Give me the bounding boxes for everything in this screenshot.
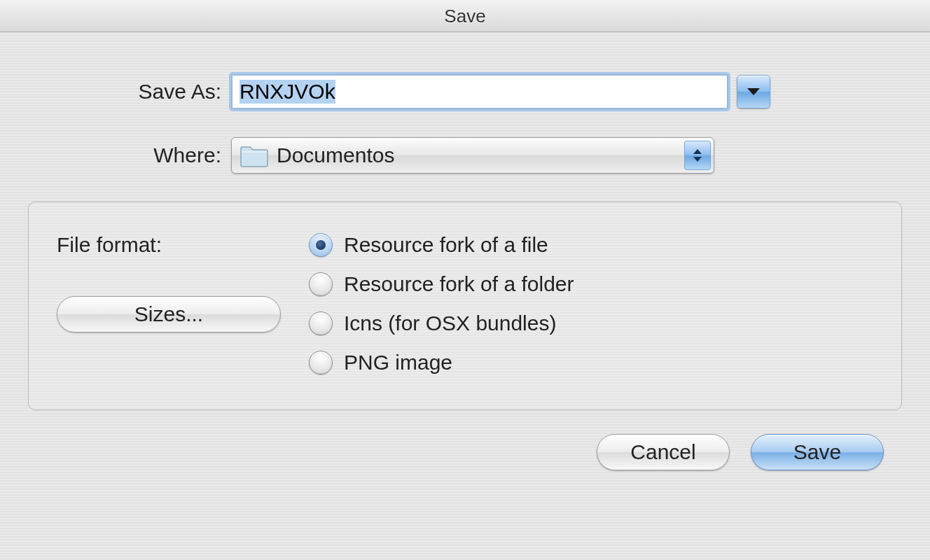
svg-marker-2 (693, 157, 702, 162)
file-format-radios: Resource fork of a file Resource fork of… (309, 233, 574, 374)
dialog-footer: Cancel Save (21, 410, 909, 470)
svg-marker-1 (693, 149, 702, 154)
expand-disclosure-button[interactable] (737, 75, 770, 108)
radio-label: Icns (for OSX bundles) (344, 312, 556, 335)
window-title: Save (0, 0, 930, 32)
where-popup[interactable]: Documentos (231, 137, 714, 174)
filename-input[interactable] (231, 74, 728, 109)
folder-icon (239, 143, 270, 168)
where-row: Where: Documentos (21, 137, 909, 174)
where-selected-label: Documentos (277, 144, 394, 167)
popup-stepper-icon (684, 141, 711, 170)
save-as-row: Save As: (21, 74, 909, 109)
radio-label: PNG image (344, 351, 452, 374)
radio-label: Resource fork of a file (344, 233, 548, 257)
radio-icns[interactable]: Icns (for OSX bundles) (309, 312, 574, 335)
radio-indicator (309, 272, 333, 296)
save-button[interactable]: Save (751, 434, 884, 470)
radio-indicator (309, 233, 333, 257)
cancel-button[interactable]: Cancel (597, 434, 730, 470)
radio-resource-fork-file[interactable]: Resource fork of a file (309, 233, 574, 257)
radio-png[interactable]: PNG image (309, 351, 574, 374)
chevron-down-icon (746, 87, 761, 97)
radio-label: Resource fork of a folder (344, 272, 574, 296)
where-label: Where: (21, 144, 231, 167)
radio-resource-fork-folder[interactable]: Resource fork of a folder (309, 272, 574, 296)
svg-marker-0 (747, 88, 760, 95)
radio-indicator (309, 312, 333, 335)
sizes-button[interactable]: Sizes... (57, 296, 281, 332)
file-format-label: File format: (57, 233, 309, 257)
file-format-group: File format: Sizes... Resource fork of a… (28, 202, 902, 410)
radio-indicator (309, 351, 333, 374)
save-as-label: Save As: (21, 80, 231, 104)
